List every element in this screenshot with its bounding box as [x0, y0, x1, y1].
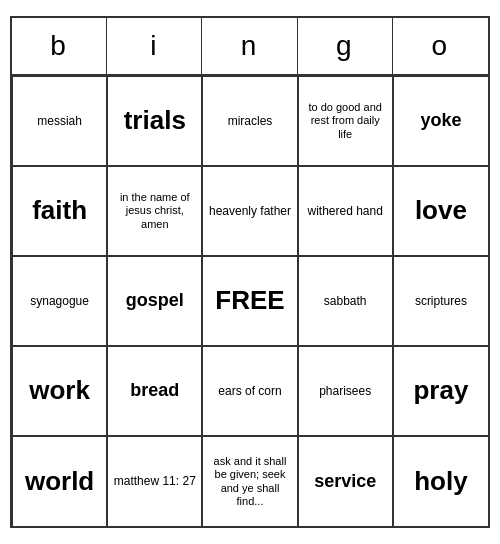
cell-text-7: heavenly father: [209, 204, 291, 218]
cell-text-1: trials: [124, 105, 186, 136]
header-letter-b: b: [12, 18, 107, 74]
bingo-cell-13[interactable]: sabbath: [298, 256, 393, 346]
cell-text-8: withered hand: [308, 204, 383, 218]
bingo-cell-4[interactable]: yoke: [393, 76, 488, 166]
cell-text-17: ears of corn: [218, 384, 281, 398]
bingo-cell-9[interactable]: love: [393, 166, 488, 256]
bingo-cell-1[interactable]: trials: [107, 76, 202, 166]
bingo-cell-19[interactable]: pray: [393, 346, 488, 436]
bingo-cell-11[interactable]: gospel: [107, 256, 202, 346]
bingo-cell-5[interactable]: faith: [12, 166, 107, 256]
cell-text-22: ask and it shall be given; seek and ye s…: [207, 455, 292, 508]
cell-text-16: bread: [130, 380, 179, 402]
header-letter-g: g: [298, 18, 393, 74]
bingo-cell-7[interactable]: heavenly father: [202, 166, 297, 256]
cell-text-20: world: [25, 466, 94, 497]
header-letter-i: i: [107, 18, 202, 74]
cell-text-10: synagogue: [30, 294, 89, 308]
bingo-cell-24[interactable]: holy: [393, 436, 488, 526]
bingo-cell-12[interactable]: FREE: [202, 256, 297, 346]
cell-text-15: work: [29, 375, 90, 406]
cell-text-11: gospel: [126, 290, 184, 312]
bingo-cell-16[interactable]: bread: [107, 346, 202, 436]
bingo-cell-17[interactable]: ears of corn: [202, 346, 297, 436]
bingo-header: bingo: [12, 18, 488, 76]
bingo-cell-2[interactable]: miracles: [202, 76, 297, 166]
cell-text-12: FREE: [215, 285, 284, 316]
header-letter-n: n: [202, 18, 297, 74]
bingo-cell-14[interactable]: scriptures: [393, 256, 488, 346]
cell-text-2: miracles: [228, 114, 273, 128]
cell-text-9: love: [415, 195, 467, 226]
bingo-cell-18[interactable]: pharisees: [298, 346, 393, 436]
bingo-grid: messiahtrialsmiraclesto do good and rest…: [12, 76, 488, 526]
cell-text-18: pharisees: [319, 384, 371, 398]
header-letter-o: o: [393, 18, 488, 74]
cell-text-24: holy: [414, 466, 467, 497]
cell-text-6: in the name of jesus christ, amen: [112, 191, 197, 231]
bingo-cell-22[interactable]: ask and it shall be given; seek and ye s…: [202, 436, 297, 526]
cell-text-21: matthew 11: 27: [114, 474, 196, 488]
cell-text-14: scriptures: [415, 294, 467, 308]
bingo-cell-21[interactable]: matthew 11: 27: [107, 436, 202, 526]
cell-text-19: pray: [413, 375, 468, 406]
bingo-cell-8[interactable]: withered hand: [298, 166, 393, 256]
bingo-cell-23[interactable]: service: [298, 436, 393, 526]
bingo-cell-20[interactable]: world: [12, 436, 107, 526]
bingo-cell-15[interactable]: work: [12, 346, 107, 436]
cell-text-23: service: [314, 471, 376, 493]
bingo-cell-3[interactable]: to do good and rest from daily life: [298, 76, 393, 166]
cell-text-4: yoke: [420, 110, 461, 132]
bingo-cell-10[interactable]: synagogue: [12, 256, 107, 346]
cell-text-13: sabbath: [324, 294, 367, 308]
bingo-cell-0[interactable]: messiah: [12, 76, 107, 166]
bingo-cell-6[interactable]: in the name of jesus christ, amen: [107, 166, 202, 256]
cell-text-5: faith: [32, 195, 87, 226]
cell-text-0: messiah: [37, 114, 82, 128]
bingo-card: bingo messiahtrialsmiraclesto do good an…: [10, 16, 490, 528]
cell-text-3: to do good and rest from daily life: [303, 101, 388, 141]
